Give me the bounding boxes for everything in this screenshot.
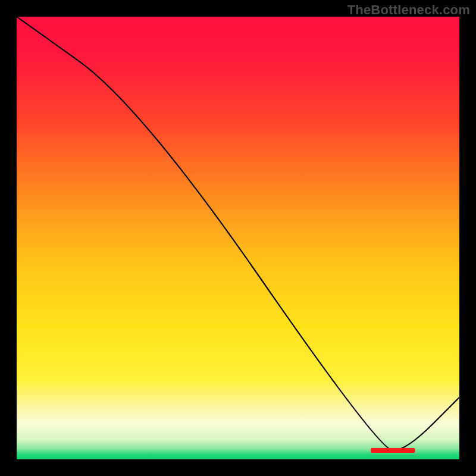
gradient-background xyxy=(17,17,459,459)
watermark-text: TheBottleneck.com xyxy=(347,2,470,18)
chart-svg xyxy=(17,17,459,459)
optimal-range-marker xyxy=(371,448,415,453)
chart-frame: TheBottleneck.com xyxy=(0,0,476,476)
plot-area xyxy=(17,17,459,459)
